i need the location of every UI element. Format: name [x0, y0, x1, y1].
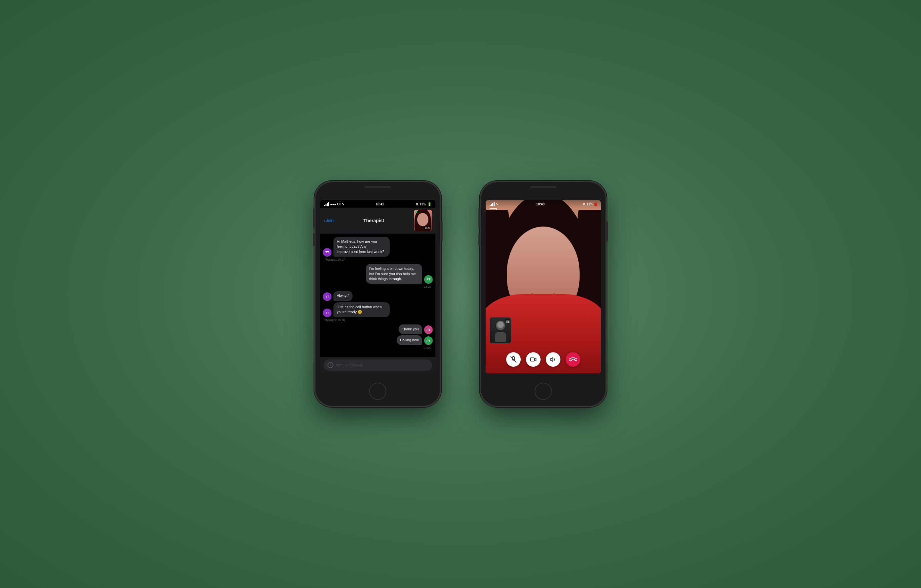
avatar-patient-5: PT: [424, 325, 433, 334]
location-icon: ⊕: [415, 202, 418, 206]
message-placeholder: Write a message: [336, 363, 363, 367]
status-left: ●●● Oi ∿: [324, 202, 344, 206]
svg-line-5: [511, 357, 516, 362]
back-chevron-icon: ‹: [324, 218, 325, 223]
message-row-sent-2: I'm feeling a bit down today, but I'm su…: [323, 264, 433, 284]
video-location-icon: ⊕: [583, 202, 585, 206]
svg-point-2: [497, 322, 504, 328]
video-timer: 10:5: [423, 226, 431, 230]
status-bar-left: ●●● Oi ∿ 18:41 ⊕ 11% 🔋: [320, 200, 435, 208]
message-row-received-3: TT Always!: [323, 291, 433, 300]
volume-down-button[interactable]: [313, 233, 315, 246]
avatar-therapist-4: TT: [323, 309, 332, 317]
end-call-button[interactable]: [566, 352, 580, 367]
self-view-pip: [490, 317, 511, 344]
back-label: Join: [326, 218, 334, 223]
message-meta-4: Therapist 18:28: [323, 318, 433, 322]
video-background: ∿ 18:40 ⊕ 11% ▓ ✉: [486, 200, 601, 374]
bubble-sent-5: Thank you: [399, 325, 422, 334]
therapist-video-feed: [486, 200, 601, 374]
chat-title: Therapist: [363, 218, 384, 223]
volume-up-button[interactable]: [313, 214, 315, 228]
video-status-bar: ∿ 18:40 ⊕ 11% ▓: [486, 200, 601, 208]
live-indicator: [415, 211, 417, 213]
message-group-3: TT Always! TT Just hit the call button w…: [323, 291, 433, 322]
svg-rect-1: [495, 332, 506, 342]
message-input-area: + Write a message: [320, 357, 435, 374]
thumb-face: [417, 213, 428, 226]
volume-up-right[interactable]: [478, 214, 480, 228]
svg-marker-7: [550, 357, 553, 361]
battery-icon: 🔋: [428, 202, 431, 206]
avatar-patient-6: PT: [424, 336, 433, 345]
status-right: ⊕ 11% 🔋: [415, 202, 431, 206]
speaker-button[interactable]: [546, 352, 560, 367]
page-container: ●●● Oi ∿ 18:41 ⊕ 11% 🔋 ‹ Join Therapist: [0, 0, 921, 588]
bubble-sent-2: I'm feeling a bit down today, but I'm su…: [366, 264, 422, 284]
video-call-screen: ∿ 18:40 ⊕ 11% ▓ ✉: [486, 200, 601, 374]
self-view-camera-icon: [506, 319, 509, 322]
home-button-left[interactable]: [369, 383, 386, 400]
bubble-received-3: Always!: [334, 291, 353, 300]
message-group-5: Thank you PT Calling now PT 18:29: [323, 325, 433, 350]
video-toggle-button[interactable]: [526, 352, 540, 367]
avatar-patient-2: PT: [424, 275, 433, 284]
video-thumbnail[interactable]: 10:5: [414, 210, 432, 231]
video-battery-icon: ▓: [594, 202, 597, 206]
phone-right: ∿ 18:40 ⊕ 11% ▓ ✉: [480, 182, 606, 406]
self-view-inner: [490, 317, 511, 343]
chat-header: ‹ Join Therapist 10:5: [320, 208, 435, 234]
back-button[interactable]: ‹ Join: [324, 218, 334, 223]
volume-down-right[interactable]: [478, 233, 480, 246]
video-status-right: ⊕ 11% ▓: [583, 202, 597, 206]
bubble-received-1: Hi Matheus, how are you feeling today? A…: [334, 237, 390, 257]
message-row-sent-6: Calling now PT: [323, 335, 433, 345]
message-row-received-1: TT Hi Matheus, how are you feeling today…: [323, 237, 433, 257]
message-group-1: TT Hi Matheus, how are you feeling today…: [323, 237, 433, 261]
wifi-icon: ∿: [342, 202, 344, 206]
avatar-therapist-1: TT: [323, 248, 332, 257]
carrier-label: ●●● Oi: [330, 202, 340, 206]
video-signal-icon: [490, 202, 495, 206]
bubble-sent-6: Calling now: [397, 335, 422, 345]
chat-screen: ●●● Oi ∿ 18:41 ⊕ 11% 🔋 ‹ Join Therapist: [320, 200, 435, 374]
home-button-right[interactable]: [535, 383, 552, 400]
messages-area: TT Hi Matheus, how are you feeling today…: [320, 234, 435, 357]
message-group-2: I'm feeling a bit down today, but I'm su…: [323, 264, 433, 288]
message-meta-1: Therapist 18:27: [323, 258, 433, 261]
message-row-sent-5: Thank you PT: [323, 325, 433, 334]
add-attachment-icon[interactable]: +: [327, 362, 334, 368]
video-time-display: 18:40: [536, 202, 545, 206]
battery-level: 11%: [420, 202, 426, 206]
message-input-field[interactable]: + Write a message: [324, 359, 432, 371]
video-status-left: ∿: [490, 202, 498, 206]
message-meta-2: 18:27: [323, 285, 433, 288]
bubble-received-4: Just hit the call button when you're rea…: [334, 302, 390, 317]
message-meta-6: 18:29: [323, 346, 433, 349]
call-controls: [486, 352, 601, 367]
svg-rect-6: [530, 358, 535, 361]
mute-button[interactable]: [506, 352, 521, 367]
phone-left: ●●● Oi ∿ 18:41 ⊕ 11% 🔋 ‹ Join Therapist: [315, 182, 441, 406]
video-battery-level: 11%: [587, 202, 593, 206]
video-wifi-icon: ∿: [496, 202, 498, 206]
time-display: 18:41: [376, 202, 384, 206]
message-row-received-4: TT Just hit the call button when you're …: [323, 302, 433, 317]
signal-icon: [324, 202, 329, 206]
avatar-therapist-3: TT: [323, 292, 332, 301]
